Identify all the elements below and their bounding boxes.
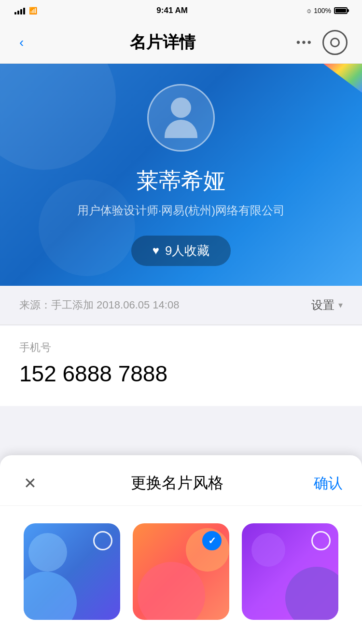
theme-picker: ✓	[0, 506, 362, 644]
close-button[interactable]: ✕	[19, 473, 41, 494]
confirm-button[interactable]: 确认	[314, 474, 343, 493]
info-section: 来源：手工添加 2018.06.05 14:08 设置 ▾ 手机号 152 68…	[0, 286, 362, 406]
avatar-person-icon	[165, 98, 197, 138]
chevron-down-icon: ▾	[338, 300, 343, 310]
back-button[interactable]: ‹	[14, 30, 28, 55]
blob-decoration	[251, 533, 285, 567]
blob-decoration	[24, 572, 77, 620]
scan-icon	[330, 38, 340, 47]
page-title: 名片详情	[130, 31, 195, 54]
phone-value[interactable]: 152 6888 7888	[19, 361, 343, 387]
scan-button[interactable]	[322, 30, 348, 55]
battery-percent: 100%	[314, 7, 331, 14]
status-time: 9:41 AM	[156, 6, 188, 15]
info-meta: 来源：手工添加 2018.06.05 14:08 设置 ▾	[0, 286, 362, 325]
battery-icon	[334, 7, 348, 14]
info-source: 来源：手工添加 2018.06.05 14:08	[19, 298, 179, 312]
blob-decoration	[28, 533, 67, 572]
phone-field: 手机号 152 6888 7888	[0, 326, 362, 406]
hero-bg-decoration	[0, 64, 116, 170]
theme-selector-purple[interactable]	[311, 531, 331, 550]
collect-button[interactable]: ♥ 9人收藏	[131, 236, 231, 266]
nav-actions: •••	[296, 30, 348, 55]
settings-label: 设置	[311, 297, 334, 313]
sheet-title: 更换名片风格	[131, 473, 223, 494]
theme-card-orange[interactable]: ✓	[133, 523, 229, 620]
theme-card-purple[interactable]	[242, 523, 338, 620]
nav-bar: ‹ 名片详情 •••	[0, 21, 362, 64]
wifi-icon: 📶	[29, 7, 37, 14]
theme-selector-blue[interactable]	[93, 531, 112, 550]
blob-decoration	[285, 567, 338, 620]
status-right: ⌽ 100%	[307, 7, 348, 14]
more-button[interactable]: •••	[296, 36, 313, 49]
bluetooth-icon: ⌽	[307, 7, 311, 14]
blob-decoration	[138, 562, 205, 620]
bottom-sheet: ✕ 更换名片风格 确认 ✓	[0, 455, 362, 644]
status-left: 📶	[14, 7, 37, 14]
profile-hero: 莱蒂希娅 用户体验设计师·网易(杭州)网络有限公司 ♥ 9人收藏	[0, 64, 362, 286]
rainbow-corner	[323, 64, 362, 93]
sheet-header: ✕ 更换名片风格 确认	[0, 455, 362, 506]
checkmark-icon: ✓	[208, 535, 216, 546]
heart-icon: ♥	[153, 244, 159, 257]
collect-count: 9人收藏	[165, 242, 209, 259]
settings-button[interactable]: 设置 ▾	[311, 297, 343, 313]
status-bar: 📶 9:41 AM ⌽ 100%	[0, 0, 362, 21]
theme-card-blue[interactable]	[24, 523, 120, 620]
hero-bg-decoration-2	[39, 180, 135, 276]
profile-name: 莱蒂希娅	[137, 166, 225, 196]
phone-label: 手机号	[19, 340, 343, 355]
avatar	[147, 84, 215, 152]
signal-icon	[14, 7, 25, 14]
theme-selector-orange[interactable]: ✓	[202, 531, 222, 550]
